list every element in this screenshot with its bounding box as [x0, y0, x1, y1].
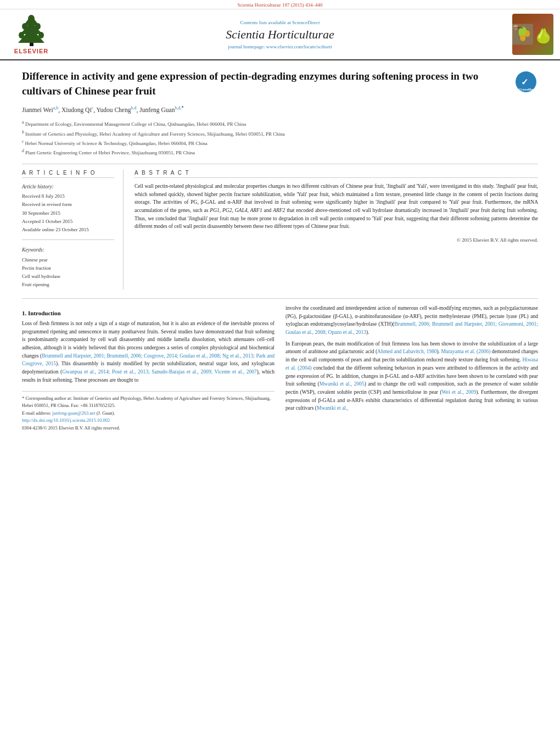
issn-line: 0304-4238/© 2015 Elsevier B.V. All right… — [22, 425, 275, 432]
elsevier-logo: ELSEVIER — [7, 14, 56, 54]
contents-link-line: Contents lists available at ScienceDirec… — [56, 20, 504, 25]
svg-point-4 — [35, 23, 41, 30]
affiliation-d: d Plant Genetic Engineering Center of He… — [22, 148, 538, 157]
svg-text:✓: ✓ — [521, 77, 528, 87]
keywords-label: Keywords: — [22, 246, 114, 254]
svg-point-5 — [19, 32, 24, 38]
body-right-column: involve the coordinated and interdepende… — [285, 304, 538, 432]
intro-paragraph-3: In European pears, the main modification… — [285, 340, 538, 412]
elsevier-tree-icon — [14, 14, 49, 46]
keyword-3: Cell wall hydrolase — [22, 274, 60, 279]
keywords-divider — [22, 239, 114, 240]
email-address[interactable]: junfeng-guan@263.net — [52, 410, 95, 416]
svg-text:SCIENTIA: SCIENTIA — [514, 27, 523, 29]
divider-1 — [22, 164, 538, 164]
cover-art-icon: SCIENTIA — [512, 14, 533, 55]
journal-info-center: Contents lists available at ScienceDirec… — [56, 20, 504, 49]
history-label: Article history: — [22, 182, 114, 191]
intro-paragraph-2: involve the coordinated and interdepende… — [285, 304, 538, 337]
article-title-section: Difference in activity and gene expressi… — [22, 69, 538, 98]
svg-point-3 — [22, 23, 27, 30]
affiliation-a: a Department of Ecology, Environmental M… — [22, 119, 538, 128]
article-info-abstract-section: A R T I C L E I N F O Article history: R… — [22, 170, 538, 289]
svg-point-10 — [525, 30, 530, 37]
journal-homepage-link[interactable]: www.elsevier.com/locate/scihorti — [266, 44, 332, 49]
abstract-column: A B S T R A C T Cell wall pectin-related… — [135, 170, 538, 289]
svg-point-2 — [28, 15, 35, 23]
svg-point-6 — [38, 32, 44, 38]
divider-2 — [22, 298, 538, 299]
article-info-heading: A R T I C L E I N F O — [22, 170, 114, 178]
copyright-line: © 2015 Elsevier B.V. All rights reserved… — [135, 235, 538, 243]
authors-line: Jianmei Weia,b, Xiudong Qic, Yudou Cheng… — [22, 105, 538, 115]
body-section: 1. Introduction Loss of flesh firmness i… — [22, 304, 538, 432]
elsevier-brand-text: ELSEVIER — [14, 48, 48, 54]
article-history: Article history: Received 8 July 2015 Re… — [22, 182, 114, 235]
journal-cover-image: SCIENTIA — [504, 14, 553, 55]
affiliation-b: b Institute of Genetics and Physiology, … — [22, 129, 538, 138]
intro-paragraph-1: Loss of flesh firmness is not only a sig… — [22, 320, 275, 384]
corresponding-author-note: * Corresponding author at: Institute of … — [22, 395, 275, 410]
email-line: E-mail address: junfeng-guan@263.net (J.… — [22, 410, 275, 417]
revised-label: Received in revised form — [22, 202, 72, 207]
introduction-heading: 1. Introduction — [22, 310, 275, 316]
crossmark-icon: ✓ CrossMark — [516, 71, 536, 92]
abstract-heading: A B S T R A C T — [135, 170, 538, 178]
cover-thumbnail: SCIENTIA — [512, 14, 553, 55]
journal-citation: Scientia Horticulturae 197 (2015) 434–44… — [0, 0, 560, 9]
footnote-area: * Corresponding author at: Institute of … — [22, 391, 275, 432]
affiliation-c: c Hebei Normal University of Science & T… — [22, 138, 538, 147]
keyword-2: Pectin fraction — [22, 265, 51, 271]
body-left-column: 1. Introduction Loss of flesh firmness i… — [22, 304, 275, 432]
received-date: Received 8 July 2015 — [22, 193, 65, 199]
journal-header: ELSEVIER Contents lists available at Sci… — [0, 9, 560, 60]
svg-text:CrossMark: CrossMark — [519, 88, 536, 91]
main-content: Difference in activity and gene expressi… — [0, 60, 560, 441]
affiliations: a Department of Ecology, Environmental M… — [22, 119, 538, 157]
svg-point-9 — [520, 35, 525, 41]
revised-date: 30 September 2015 — [22, 210, 60, 216]
journal-homepage-line: journal homepage: www.elsevier.com/locat… — [56, 44, 504, 49]
abstract-text: Cell wall pectin-related physiological a… — [135, 182, 538, 231]
journal-title: Scientia Horticulturae — [56, 27, 504, 42]
article-info-column: A R T I C L E I N F O Article history: R… — [22, 170, 124, 289]
keyword-4: Fruit ripening — [22, 282, 49, 287]
email-label: E-mail address: — [22, 410, 51, 416]
keywords-section: Keywords: Chinese pear Pectin fraction C… — [22, 246, 114, 289]
keyword-1: Chinese pear — [22, 257, 48, 263]
sciencedirect-link[interactable]: ScienceDirect — [292, 20, 320, 25]
doi-line[interactable]: http://dx.doi.org/10.1016/j.scienta.2015… — [22, 417, 275, 425]
crossmark-badge[interactable]: ✓ CrossMark — [513, 69, 538, 94]
accepted-date: Accepted 1 October 2015 — [22, 219, 72, 224]
available-date: Available online 23 October 2015 — [22, 227, 89, 232]
article-title: Difference in activity and gene expressi… — [22, 69, 513, 98]
email-person: (J. Guan). — [97, 410, 115, 416]
